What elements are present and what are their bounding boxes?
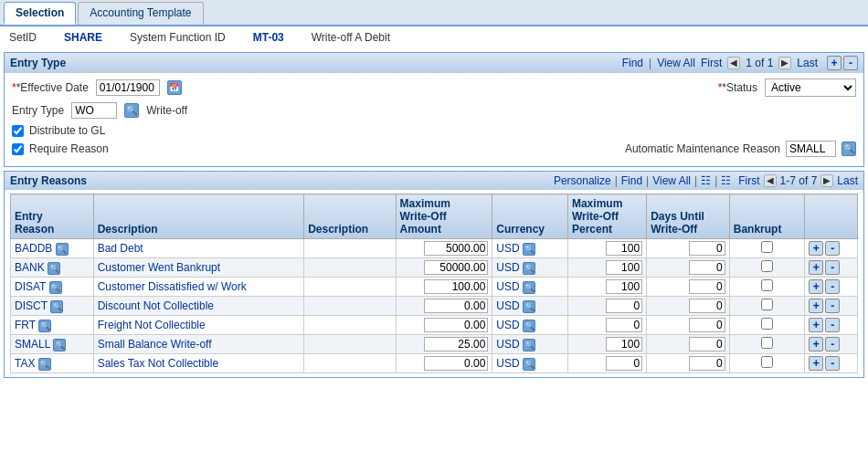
currency-search-icon[interactable]: 🔍 [523,243,535,256]
er-chart-icon[interactable]: ☷ [721,174,731,187]
days-input[interactable] [689,241,725,256]
remove-row-btn[interactable]: - [825,356,840,371]
entry-type-input[interactable] [71,102,117,119]
find-link[interactable]: Find [622,57,643,69]
bankrupt-checkbox[interactable] [761,318,773,330]
header-info: SetID SHARE System Function ID MT-03 Wri… [0,26,868,48]
add-row-btn[interactable]: + [809,299,823,313]
distribute-gl-checkbox[interactable] [12,125,24,137]
tabs-container: Selection Accounting Template [0,0,868,26]
row-code[interactable]: DISCT [15,299,48,312]
max-pct-input[interactable] [606,337,642,351]
row-search-icon[interactable]: 🔍 [38,320,51,332]
currency-search-icon[interactable]: 🔍 [523,358,535,371]
days-input[interactable] [689,260,725,275]
bankrupt-checkbox[interactable] [761,356,773,368]
auto-maint-search-icon[interactable]: 🔍 [842,142,856,156]
add-entry-type-btn[interactable]: + [827,56,842,70]
max-pct-input[interactable] [606,241,642,256]
er-personalize-link[interactable]: Personalize [554,174,611,187]
bankrupt-checkbox[interactable] [761,279,773,291]
er-first-label[interactable]: First [738,174,759,187]
auto-maint-input[interactable] [786,141,836,157]
max-amount-input[interactable] [424,318,488,332]
remove-row-btn[interactable]: - [825,318,840,332]
row-code[interactable]: FRT [15,319,36,331]
row-code[interactable]: BADDB [15,242,52,255]
max-amount-input[interactable] [424,337,488,351]
currency-search-icon[interactable]: 🔍 [523,281,535,294]
currency-search-icon[interactable]: 🔍 [523,300,535,313]
currency-search-icon[interactable]: 🔍 [523,339,535,351]
max-amount-input[interactable] [424,356,488,371]
row-search-icon[interactable]: 🔍 [53,339,66,351]
row-search-icon[interactable]: 🔍 [49,281,62,294]
days-input[interactable] [689,299,725,313]
next-arrow[interactable]: ▶ [778,57,791,69]
row-max-amount [396,354,492,373]
row-desc1: Small Balance Write-off [93,335,304,354]
add-row-btn[interactable]: + [809,279,823,294]
row-search-icon[interactable]: 🔍 [56,243,69,256]
eff-date-label: **Effective Date [12,81,89,94]
days-input[interactable] [689,337,725,351]
require-reason-checkbox[interactable] [12,143,24,155]
max-pct-input[interactable] [606,260,642,275]
remove-row-btn[interactable]: - [825,241,840,256]
currency-search-icon[interactable]: 🔍 [523,262,535,275]
tab-accounting-template[interactable]: Accounting Template [78,2,203,25]
add-row-btn[interactable]: + [809,356,823,371]
viewall-link[interactable]: View All [657,57,695,69]
row-code[interactable]: DISAT [15,280,46,293]
max-pct-input[interactable] [606,318,642,332]
row-code[interactable]: SMALL [15,338,50,351]
table-row: DISCT 🔍 Discount Not Collectible USD 🔍 +… [11,297,858,316]
effective-date-input[interactable] [96,79,160,96]
tab-selection[interactable]: Selection [4,2,76,25]
first-label[interactable]: First [701,57,722,69]
bankrupt-checkbox[interactable] [761,241,773,253]
remove-row-btn[interactable]: - [825,260,840,275]
last-label[interactable]: Last [797,57,818,69]
er-find-link[interactable]: Find [621,174,642,187]
max-pct-input[interactable] [606,299,642,313]
row-search-icon[interactable]: 🔍 [48,262,60,275]
er-last-label[interactable]: Last [837,174,858,187]
remove-row-btn[interactable]: - [825,337,840,351]
row-code[interactable]: BANK [15,261,45,274]
entry-type-search-icon[interactable]: 🔍 [124,103,139,118]
max-amount-input[interactable] [424,299,488,313]
er-prev-arrow[interactable]: ◀ [764,174,777,187]
days-input[interactable] [689,318,725,332]
er-next-arrow[interactable]: ▶ [820,174,833,187]
days-input[interactable] [689,279,725,294]
status-select[interactable]: Active Inactive [765,79,856,97]
add-row-btn[interactable]: + [809,337,823,351]
bankrupt-checkbox[interactable] [761,337,773,349]
days-input[interactable] [689,356,725,371]
max-pct-input[interactable] [606,356,642,371]
prev-arrow[interactable]: ◀ [727,57,740,69]
max-amount-input[interactable] [424,279,488,294]
currency-search-icon[interactable]: 🔍 [523,320,535,332]
row-max-amount [396,335,492,354]
remove-row-btn[interactable]: - [825,279,840,294]
calendar-icon[interactable]: 📅 [167,80,182,95]
max-amount-input[interactable] [424,260,488,275]
row-search-icon[interactable]: 🔍 [38,358,51,371]
row-search-icon[interactable]: 🔍 [50,300,63,313]
max-pct-input[interactable] [606,279,642,294]
er-viewall-link[interactable]: View All [652,174,691,187]
row-code[interactable]: TAX [15,357,35,370]
er-grid-icon[interactable]: ☷ [701,174,711,187]
remove-entry-type-btn[interactable]: - [843,56,858,70]
max-amount-input[interactable] [424,241,488,256]
col-max-writeoff: MaximumWrite-OffAmount [396,194,492,239]
row-currency: USD 🔍 [492,335,568,354]
bankrupt-checkbox[interactable] [761,260,773,272]
add-row-btn[interactable]: + [809,260,823,275]
bankrupt-checkbox[interactable] [761,299,773,310]
add-row-btn[interactable]: + [809,318,823,332]
remove-row-btn[interactable]: - [825,299,840,313]
add-row-btn[interactable]: + [809,241,823,256]
